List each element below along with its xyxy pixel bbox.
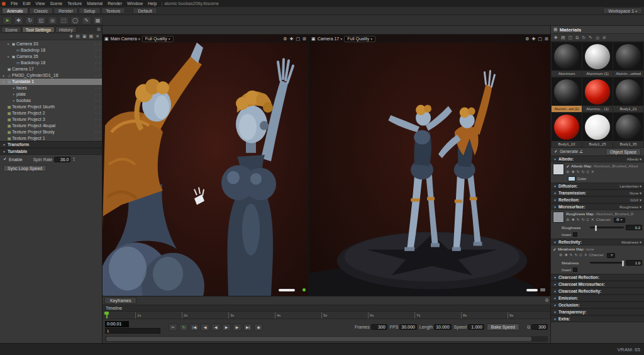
tree-item[interactable]: ▣ Camera 17 ▫ ▫: [0, 66, 102, 72]
invert-checkbox[interactable]: [573, 268, 577, 272]
split-viewport-icon[interactable]: ⊞: [545, 37, 548, 42]
field-value[interactable]: 300: [371, 324, 387, 330]
map-edit-icon[interactable]: ✎: [576, 169, 579, 175]
current-frame-field[interactable]: 1: [105, 328, 160, 334]
skip-to-end-icon[interactable]: ▶|: [243, 324, 252, 331]
tree-item[interactable]: ▭ Backdrop 18 ▫ ▫: [0, 47, 102, 54]
map-reload-icon[interactable]: ↻: [581, 217, 584, 223]
lock-icon[interactable]: ▫: [95, 129, 96, 135]
transform-section-header[interactable]: ▼ Transform: [0, 141, 102, 148]
albedo-section-header[interactable]: ▼ Albedo: Albedo ▾: [551, 155, 644, 162]
map-edit-icon[interactable]: ✎: [576, 217, 579, 223]
channel-dropdown[interactable]: R▾: [614, 218, 625, 223]
menu-item[interactable]: Scene: [47, 1, 65, 6]
lock-icon[interactable]: ▫: [95, 98, 96, 104]
camera-selector[interactable]: Main Camera▾: [111, 37, 140, 41]
map-copy-icon[interactable]: C: [579, 252, 582, 258]
menu-item[interactable]: Render: [105, 1, 125, 6]
menu-item[interactable]: Window: [125, 1, 145, 6]
lock-icon[interactable]: ▫: [95, 60, 96, 66]
section-mode-dropdown[interactable]: Metalness ▾: [621, 240, 641, 244]
map-settings-gear-icon[interactable]: ⚙: [566, 169, 569, 175]
reflectivity-section-header[interactable]: ▼ Reflectivity: Metalness ▾: [551, 239, 644, 245]
map-uv-icon[interactable]: ✚: [564, 252, 567, 258]
playhead[interactable]: [106, 312, 108, 319]
map-reload-icon[interactable]: ↻: [581, 169, 584, 175]
visibility-icon[interactable]: ▫: [99, 72, 100, 79]
lasso-select-icon[interactable]: ◯: [70, 16, 80, 25]
expander-icon[interactable]: ▾: [1, 79, 6, 85]
tree-item[interactable]: ▦ Texture Project 1 ▫ ▫: [0, 135, 102, 141]
tree-item[interactable]: ▾ ▣ Camera 33 ▫ ▫: [0, 41, 102, 47]
tree-item[interactable]: ▾ ▣ Camera 35 ▫ ▫: [0, 54, 102, 60]
library-icon[interactable]: ▦: [89, 34, 94, 39]
material-thumbnail[interactable]: Body1_22: [552, 113, 582, 147]
mode-tab[interactable]: Animate: [2, 8, 28, 14]
panel-popout-icon[interactable]: ⧉: [545, 298, 548, 303]
step-back-icon[interactable]: ◀: [201, 324, 209, 331]
map-settings-gear-icon[interactable]: ⚙: [559, 252, 562, 258]
lock-icon[interactable]: ▫: [95, 85, 96, 91]
cut-keys-icon[interactable]: ✂: [169, 324, 177, 331]
visibility-icon[interactable]: ▫: [99, 123, 100, 129]
spin-rate-stepper[interactable]: ▲▼: [72, 157, 75, 162]
tree-item[interactable]: ▪ boobas ▫ ▫: [0, 98, 102, 104]
render-settings-gear-icon[interactable]: ⚙: [283, 37, 287, 42]
material-thumbnail[interactable]: Alumin...ed (1): [552, 77, 582, 112]
map-copy-icon[interactable]: C: [586, 217, 589, 223]
tree-item[interactable]: ▸ ◇ PM3D_Cylinder3D1_18 ▫ ▫: [0, 72, 102, 79]
snap-icon[interactable]: ▦: [93, 16, 103, 25]
loop-playback-icon[interactable]: ↻: [179, 324, 188, 331]
collapsed-section-header[interactable]: ▼ Occlusion:: [551, 301, 644, 308]
skip-to-start-icon[interactable]: |◀: [190, 324, 199, 331]
section-mode-dropdown[interactable]: GGX ▾: [630, 198, 641, 202]
viewport-render[interactable]: [103, 35, 308, 296]
generate-checkbox[interactable]: ✓: [554, 149, 558, 154]
keyframes-tab[interactable]: Keyframes: [104, 297, 136, 304]
edit-material-icon[interactable]: ✎: [589, 35, 592, 40]
delete-icon[interactable]: ✕: [96, 34, 99, 39]
lock-icon[interactable]: ▫: [95, 41, 96, 47]
visibility-icon[interactable]: ▫: [99, 60, 100, 66]
roughness-slider[interactable]: [590, 227, 624, 228]
select-cursor-icon[interactable]: ➤: [3, 16, 12, 25]
field-value[interactable]: 1.000: [468, 324, 484, 330]
add-item-icon[interactable]: ✚: [69, 34, 73, 39]
duplicate-material-icon[interactable]: ◫: [569, 35, 573, 40]
play-reverse-icon[interactable]: ◀: [211, 324, 220, 331]
visibility-icon[interactable]: ▫: [99, 79, 100, 85]
invert-checkbox[interactable]: [573, 232, 577, 237]
scale-icon[interactable]: ◱: [36, 16, 46, 25]
collapsed-section-header[interactable]: ▼ Extra:: [551, 315, 644, 322]
metalness-slider[interactable]: [590, 262, 624, 264]
map-reload-icon[interactable]: ↻: [574, 252, 577, 258]
map-uv-icon[interactable]: ✚: [571, 169, 574, 175]
bake-speed-button[interactable]: Bake Speed: [487, 324, 519, 330]
spin-rate-field[interactable]: 36.0: [54, 157, 70, 162]
section-mode-dropdown[interactable]: None ▾: [630, 191, 641, 195]
folder-icon[interactable]: ▤: [75, 34, 80, 39]
material-thumbnail[interactable]: Body1_35: [613, 113, 643, 147]
copy-material-icon[interactable]: ⧉: [575, 35, 579, 40]
pivot-icon[interactable]: ◎: [48, 16, 57, 25]
paint-icon[interactable]: ✎: [82, 16, 91, 25]
visibility-icon[interactable]: ▫: [99, 66, 100, 72]
refresh-material-icon[interactable]: ↻: [582, 35, 586, 40]
lock-icon[interactable]: ▫: [95, 110, 96, 116]
albedo-map-checkbox[interactable]: ✓: [566, 164, 570, 169]
lock-icon[interactable]: ▫: [95, 135, 96, 141]
lock-icon[interactable]: ▫: [95, 72, 96, 79]
map-settings-gear-icon[interactable]: ⚙: [566, 217, 569, 223]
maximize-viewport-icon[interactable]: ▢: [296, 37, 301, 42]
roughness-map-value[interactable]: Aluminum_Brushed_R: [596, 211, 633, 217]
lock-icon[interactable]: ▫: [95, 104, 96, 110]
mode-tab[interactable]: Texture: [101, 8, 126, 14]
menu-item[interactable]: View: [33, 1, 47, 6]
menu-item[interactable]: File: [8, 1, 20, 6]
visibility-icon[interactable]: ▫: [99, 135, 100, 141]
material-thumbnail[interactable]: Aluminum (1): [582, 42, 613, 77]
visibility-icon[interactable]: ▫: [99, 104, 100, 110]
map-uv-icon[interactable]: ✚: [571, 217, 574, 223]
mode-tab[interactable]: Setup: [79, 8, 100, 14]
lock-icon[interactable]: ▫: [95, 54, 96, 60]
